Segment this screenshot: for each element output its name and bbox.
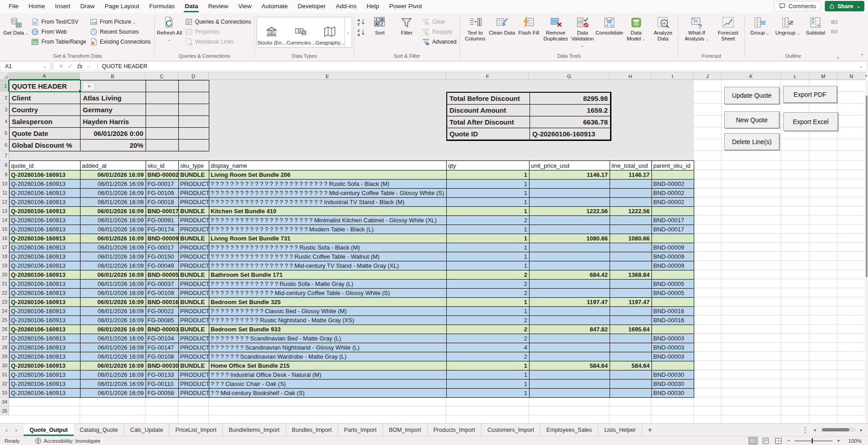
sheet-tab-parts_import[interactable]: Parts_Import [338, 424, 383, 436]
cell[interactable]: 2 [447, 325, 530, 334]
column-header-F[interactable]: F [446, 73, 529, 80]
export-excel-button[interactable]: Export Excel [783, 112, 838, 131]
cell[interactable]: ? ? ? ? ? ? ? ? ? ? ? ? ? ? Rustic Sofa … [209, 280, 447, 289]
row-header-25[interactable]: 25 [0, 315, 9, 325]
cell[interactable]: PRODUCT [179, 198, 209, 207]
cell[interactable]: 847.82 [530, 325, 610, 334]
cell[interactable]: BND-00002 [652, 180, 694, 189]
cell[interactable]: 2 [447, 334, 530, 343]
cell[interactable] [530, 370, 610, 380]
cell[interactable]: Q-20260106-160913 [10, 316, 81, 325]
row-header-4[interactable]: 4 [0, 115, 9, 127]
quote-id-label[interactable]: Quote ID [447, 128, 530, 140]
cell[interactable]: ? ? ? ? ? ? ? ? ? ? ? ? ? ? ? ? ? ? ? ? … [209, 180, 447, 189]
cell[interactable] [610, 180, 652, 189]
row-header-31[interactable]: 31 [0, 370, 9, 379]
cell[interactable]: BND-00030 [652, 389, 694, 398]
cell[interactable]: BND-00005 [146, 270, 179, 280]
cell[interactable]: 1 [447, 261, 530, 270]
cell[interactable]: Bathroom Set Bundle 171 [209, 270, 447, 280]
row-header-3[interactable]: 3 [0, 104, 9, 115]
refresh-all-button[interactable]: Refresh All [156, 15, 183, 43]
queries-connections-button[interactable]: Queries & Connections [183, 17, 252, 26]
cell[interactable]: PRODUCT [179, 343, 209, 352]
cell[interactable]: 1197.47 [530, 298, 610, 307]
table-column-header[interactable]: added_at [81, 161, 146, 170]
cell[interactable]: 1368.84 [610, 270, 652, 280]
cell[interactable] [179, 104, 209, 116]
cell[interactable]: 06/01/2026 16:09 [81, 225, 146, 234]
row-header-9[interactable]: 9 [0, 170, 9, 179]
cell[interactable] [610, 389, 652, 398]
cell[interactable] [530, 252, 610, 261]
menu-tab-formulas[interactable]: Formulas [144, 0, 180, 13]
cell[interactable]: FG-00174 [146, 225, 179, 234]
cell[interactable] [610, 216, 652, 225]
cell[interactable]: Q-20260106-160913 [10, 234, 81, 243]
column-header-E[interactable]: E [209, 73, 446, 80]
cell[interactable]: 1 [447, 170, 530, 180]
cell[interactable]: BND-00016 [652, 307, 694, 316]
cell[interactable]: BND-00016 [652, 316, 694, 325]
cell[interactable]: Bedroom Set Bundle 933 [209, 325, 447, 334]
page-layout-view-button[interactable] [762, 437, 770, 444]
table-column-header[interactable]: line_total_usd [610, 161, 652, 170]
cell[interactable] [652, 270, 694, 280]
cell[interactable]: BND-00003 [146, 325, 179, 334]
cell[interactable] [179, 92, 209, 104]
chevron-down-icon[interactable]: ⌄ [857, 4, 860, 9]
client-value[interactable]: Atlas Living [81, 92, 146, 104]
select-all-corner[interactable] [0, 73, 9, 80]
total-before-discount-value[interactable]: 8295.98 [530, 93, 611, 105]
page-break-view-button[interactable] [774, 437, 783, 444]
cell[interactable]: 4 [447, 343, 530, 352]
table-column-header[interactable]: parent_sku_id [652, 161, 694, 170]
cell[interactable]: FG-00018 [146, 198, 179, 207]
currencies-button[interactable]: Currencies... [286, 17, 315, 47]
row-header-16[interactable]: 16 [0, 234, 9, 243]
cell[interactable]: Q-20260106-160913 [10, 216, 81, 225]
cell[interactable]: BND-00017 [146, 207, 179, 216]
what-if-analysis-button[interactable]: ? What-If Analysis [680, 15, 713, 42]
clean-data-button[interactable]: Clean Data [489, 15, 515, 36]
cell[interactable]: 2 [447, 216, 530, 225]
cell[interactable]: ? ? ? ? ? ? ? ? ? ? ? ? ? Mid-century Co… [209, 289, 447, 298]
menu-tab-data[interactable]: Data [180, 0, 203, 13]
table-column-header[interactable]: sku_id [146, 161, 179, 170]
column-header-L[interactable]: L [781, 73, 809, 80]
existing-connections-button[interactable]: Existing Connections [88, 37, 152, 46]
client-label[interactable]: Client [10, 92, 81, 104]
cell[interactable]: PRODUCT [179, 370, 209, 380]
cancel-icon[interactable]: ✕ [59, 63, 64, 70]
row-header-11[interactable]: 11 [0, 188, 9, 197]
cell[interactable]: 06/01/2026 16:09 [81, 207, 146, 216]
sheet-tab-products_import[interactable]: Products_Import [428, 424, 482, 436]
cell[interactable] [530, 343, 610, 352]
cell[interactable]: BND-00009 [652, 252, 694, 261]
row-header-20[interactable]: 20 [0, 270, 9, 279]
cell[interactable] [610, 280, 652, 289]
zoom-out-button[interactable]: − [787, 437, 791, 444]
cell[interactable]: 06/01/2026 16:09 [81, 170, 146, 180]
cell[interactable]: 06/01/2026 16:09 [81, 298, 146, 307]
cell[interactable] [652, 325, 694, 334]
cell[interactable]: PRODUCT [179, 389, 209, 398]
cell[interactable]: FG-00017 [146, 243, 179, 252]
row-header-32[interactable]: 32 [0, 379, 9, 388]
zoom-in-button[interactable]: + [837, 437, 840, 444]
cell[interactable]: BND-00017 [652, 216, 694, 225]
cell[interactable]: FG-00110 [146, 380, 179, 389]
cell[interactable]: BND-00003 [652, 352, 694, 361]
cell[interactable] [610, 198, 652, 207]
cell[interactable]: 06/01/2026 16:09 [81, 307, 146, 316]
row-header-34[interactable]: 34 [0, 397, 9, 406]
column-header-C[interactable]: C [146, 73, 178, 80]
cell[interactable]: Q-20260106-160913 [10, 225, 81, 234]
row-header-22[interactable]: 22 [0, 288, 9, 297]
menu-tab-page-layout[interactable]: Page Layout [100, 0, 144, 13]
cell[interactable]: ? ? ? ? ? ? ? ? ? ? Rustic Nightstand - … [209, 316, 447, 325]
cell[interactable]: 06/01/2026 16:09 [81, 389, 146, 398]
cell[interactable]: PRODUCT [179, 289, 209, 298]
row-header-13[interactable]: 13 [0, 206, 9, 215]
cell[interactable]: 2 [447, 280, 530, 289]
